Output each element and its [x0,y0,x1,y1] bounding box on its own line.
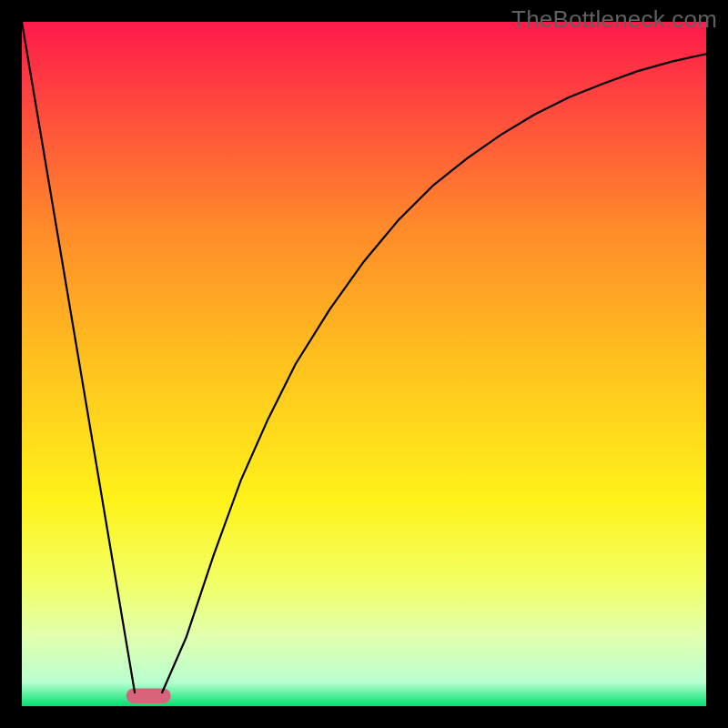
gradient-background [22,22,706,706]
chart-svg [22,22,706,706]
plot-area [22,22,706,706]
watermark-text: TheBottleneck.com [511,5,717,34]
chart-container: TheBottleneck.com [0,0,728,728]
